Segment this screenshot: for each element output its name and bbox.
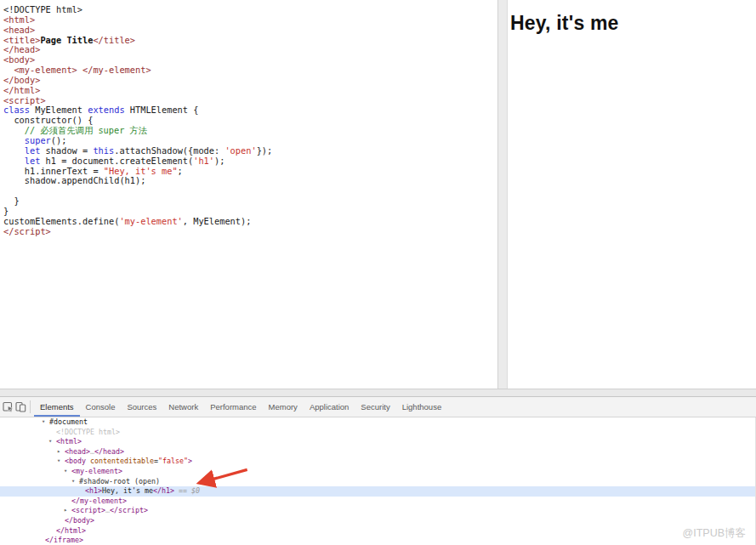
chevron-down-icon[interactable]: ▾: [57, 457, 60, 467]
tab-sources[interactable]: Sources: [121, 397, 162, 417]
code-line: <html>: [3, 15, 497, 26]
dom-tree-row[interactable]: ▾#shadow-root (open): [0, 477, 755, 487]
devtools-tabs: ElementsConsoleSourcesNetworkPerformance…: [34, 397, 447, 417]
dom-tree-row[interactable]: </my-element>: [0, 497, 755, 507]
code-line: </html>: [3, 86, 497, 96]
dom-tree-row[interactable]: ▾<my-element>: [0, 467, 755, 477]
tab-elements[interactable]: Elements: [34, 397, 80, 417]
code-line: <my-element> </my-element>: [3, 65, 497, 76]
tab-lighthouse[interactable]: Lighthouse: [396, 397, 447, 417]
preview-heading: Hey, it's me: [510, 12, 756, 35]
dom-tree-row[interactable]: ▸<script>…</script>: [0, 506, 755, 516]
horizontal-panel-divider[interactable]: [0, 389, 756, 397]
code-line: </body>: [3, 76, 497, 86]
tab-memory[interactable]: Memory: [263, 397, 304, 417]
code-line: </head>: [3, 45, 497, 55]
code-line: shadow.appendChild(h1);: [3, 176, 497, 186]
devtools-toolbar-icons: [0, 397, 34, 417]
code-line: }: [3, 196, 497, 207]
top-split: <!DOCTYPE html><html><head><title>Page T…: [0, 0, 756, 389]
chevron-right-icon[interactable]: ▸: [57, 447, 60, 457]
toolbar-separator: [30, 400, 31, 413]
device-toolbar-icon[interactable]: [14, 400, 27, 414]
dom-tree-row[interactable]: ▸<head>…</head>: [0, 447, 755, 457]
tab-security[interactable]: Security: [355, 397, 395, 417]
dom-tree-row[interactable]: </iframe>: [0, 536, 755, 545]
code-line: [3, 186, 497, 196]
chevron-down-icon[interactable]: ▾: [48, 437, 52, 447]
dom-tree-row[interactable]: <h1>Hey, it's me</h1> == $0: [0, 486, 755, 497]
tab-network[interactable]: Network: [162, 397, 204, 417]
chevron-down-icon[interactable]: ▾: [71, 477, 75, 487]
code-line: <!DOCTYPE html>: [3, 5, 497, 15]
tab-console[interactable]: Console: [80, 397, 122, 417]
preview-panel: Hey, it's me: [508, 0, 756, 389]
tab-application[interactable]: Application: [304, 397, 355, 417]
inspect-icon[interactable]: [2, 400, 14, 414]
code-line: customElements.define('my-element', MyEl…: [3, 217, 497, 227]
vertical-panel-divider[interactable]: [497, 0, 508, 389]
dom-tree-row[interactable]: </html>: [0, 526, 755, 536]
devtools-toolbar: ElementsConsoleSourcesNetworkPerformance…: [0, 397, 756, 417]
watermark: @ITPUB博客: [683, 529, 747, 539]
dom-tree-row[interactable]: ▾#document: [0, 417, 755, 428]
dom-tree-row[interactable]: <!DOCTYPE html>: [0, 428, 755, 438]
dom-tree-row[interactable]: ▾<body contenteditable="false">: [0, 457, 755, 467]
chevron-right-icon[interactable]: ▸: [64, 506, 67, 516]
tab-performance[interactable]: Performance: [204, 397, 262, 417]
chevron-down-icon[interactable]: ▾: [42, 417, 45, 428]
dom-tree: ▾#document<!DOCTYPE html>▾<html>▸<head>……: [0, 417, 756, 545]
code-line: <title>Page Title</title>: [3, 36, 497, 46]
code-line: // 必须首先调用 super 方法: [3, 126, 497, 136]
code-editor[interactable]: <!DOCTYPE html><html><head><title>Page T…: [0, 0, 497, 389]
chevron-down-icon[interactable]: ▾: [64, 467, 67, 477]
code-line: </script>: [3, 227, 497, 237]
dom-tree-row[interactable]: ▾<html>: [0, 437, 755, 447]
app-window: <!DOCTYPE html><html><head><title>Page T…: [0, 0, 756, 545]
devtools-panel: ElementsConsoleSourcesNetworkPerformance…: [0, 397, 756, 545]
dom-tree-row[interactable]: </body>: [0, 516, 755, 526]
